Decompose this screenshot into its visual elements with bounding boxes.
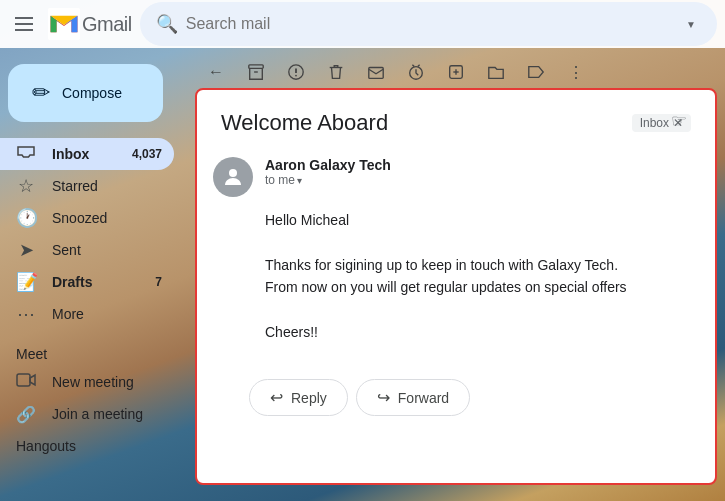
new-meeting-icon bbox=[16, 370, 36, 394]
new-meeting-label: New meeting bbox=[52, 374, 134, 390]
reply-icon: ↩ bbox=[270, 388, 283, 407]
reply-label: Reply bbox=[291, 390, 327, 406]
svg-point-19 bbox=[229, 169, 237, 177]
drafts-label: Drafts bbox=[52, 274, 139, 290]
email-subject-bar: Welcome Aboard Inbox ✕ ☞ bbox=[197, 90, 715, 149]
hangouts-section-label: Hangouts bbox=[0, 430, 190, 458]
menu-button[interactable] bbox=[8, 8, 40, 40]
sender-row: Aaron Galaxy Tech to me ▾ bbox=[213, 157, 699, 197]
inbox-badge-text: Inbox bbox=[640, 116, 669, 130]
sender-name: Aaron Galaxy Tech bbox=[265, 157, 699, 173]
sender-to[interactable]: to me ▾ bbox=[265, 173, 699, 187]
search-input[interactable] bbox=[186, 15, 673, 33]
sidebar-item-sent[interactable]: ➤ Sent bbox=[0, 234, 174, 266]
email-subject: Welcome Aboard bbox=[221, 110, 620, 136]
svg-line-15 bbox=[418, 65, 420, 67]
delete-button[interactable] bbox=[318, 54, 354, 90]
new-meeting-item[interactable]: New meeting bbox=[0, 366, 174, 398]
search-bar[interactable]: 🔍 ▼ bbox=[140, 2, 717, 46]
forward-icon: ↪ bbox=[377, 388, 390, 407]
sender-info: Aaron Galaxy Tech to me ▾ bbox=[265, 157, 699, 187]
sidebar-item-more[interactable]: ⋯ More bbox=[0, 298, 174, 330]
email-greeting: Hello Micheal bbox=[265, 209, 647, 231]
more-label: More bbox=[52, 306, 162, 322]
mark-unread-button[interactable] bbox=[358, 54, 394, 90]
move-to-button[interactable] bbox=[478, 54, 514, 90]
more-options-button[interactable]: ⋮ bbox=[558, 54, 594, 90]
chevron-down-icon[interactable]: ▾ bbox=[297, 175, 302, 186]
header: Gmail 🔍 ▼ bbox=[0, 0, 725, 48]
svg-rect-12 bbox=[369, 68, 383, 79]
reply-button[interactable]: ↩ Reply bbox=[249, 379, 348, 416]
sent-label: Sent bbox=[52, 242, 162, 258]
gmail-logo: Gmail bbox=[48, 8, 132, 40]
forward-label: Forward bbox=[398, 390, 449, 406]
sidebar-item-inbox[interactable]: Inbox 4,037 bbox=[0, 138, 174, 170]
more-icon: ⋯ bbox=[16, 303, 36, 325]
email-container: Welcome Aboard Inbox ✕ ☞ Aaron Galaxy Te… bbox=[195, 88, 717, 485]
starred-label: Starred bbox=[52, 178, 162, 194]
compose-plus-icon: ✏ bbox=[32, 80, 50, 106]
archive-button[interactable] bbox=[238, 54, 274, 90]
compose-label: Compose bbox=[62, 85, 122, 101]
join-meeting-item[interactable]: 🔗 Join a meeting bbox=[0, 398, 174, 430]
pointer-cursor-icon: ☞ bbox=[671, 110, 687, 132]
avatar bbox=[213, 157, 253, 197]
email-sign-off: Cheers!! bbox=[265, 321, 647, 343]
inbox-count: 4,037 bbox=[132, 147, 162, 161]
email-action-buttons: ↩ Reply ↪ Forward bbox=[197, 363, 715, 432]
drafts-icon: 📝 bbox=[16, 271, 36, 293]
back-button[interactable]: ← bbox=[198, 54, 234, 90]
snoozed-label: Snoozed bbox=[52, 210, 162, 226]
sidebar-item-snoozed[interactable]: 🕐 Snoozed bbox=[0, 202, 174, 234]
svg-line-14 bbox=[412, 65, 414, 67]
sidebar-item-starred[interactable]: ☆ Starred bbox=[0, 170, 174, 202]
svg-rect-5 bbox=[17, 374, 30, 386]
sidebar: ✏ Compose Inbox 4,037 ☆ Starred 🕐 Snooze… bbox=[0, 48, 190, 501]
sent-icon: ➤ bbox=[16, 239, 36, 261]
search-icon: 🔍 bbox=[156, 13, 178, 35]
forward-button[interactable]: ↪ Forward bbox=[356, 379, 470, 416]
join-meeting-label: Join a meeting bbox=[52, 406, 143, 422]
drafts-count: 7 bbox=[155, 275, 162, 289]
starred-icon: ☆ bbox=[16, 175, 36, 197]
snooze-button[interactable] bbox=[398, 54, 434, 90]
report-spam-button[interactable] bbox=[278, 54, 314, 90]
snoozed-icon: 🕐 bbox=[16, 207, 36, 229]
sidebar-item-drafts[interactable]: 📝 Drafts 7 bbox=[0, 266, 174, 298]
email-body: Hello Micheal Thanks for sigining up to … bbox=[213, 205, 699, 347]
search-dropdown-icon[interactable]: ▼ bbox=[681, 14, 701, 34]
to-label: to me bbox=[265, 173, 295, 187]
app-name-text: Gmail bbox=[82, 13, 132, 36]
svg-point-10 bbox=[295, 75, 297, 77]
add-task-button[interactable] bbox=[438, 54, 474, 90]
meet-section-label: Meet bbox=[0, 338, 190, 366]
inbox-icon bbox=[16, 142, 36, 167]
email-message-area: Aaron Galaxy Tech to me ▾ Hello Micheal … bbox=[197, 149, 715, 363]
inbox-label: Inbox bbox=[52, 146, 116, 162]
compose-button[interactable]: ✏ Compose bbox=[8, 64, 163, 122]
join-meeting-icon: 🔗 bbox=[16, 405, 36, 424]
svg-rect-7 bbox=[249, 65, 263, 69]
labels-button[interactable] bbox=[518, 54, 554, 90]
email-body-text: Thanks for sigining up to keep in touch … bbox=[265, 254, 647, 299]
